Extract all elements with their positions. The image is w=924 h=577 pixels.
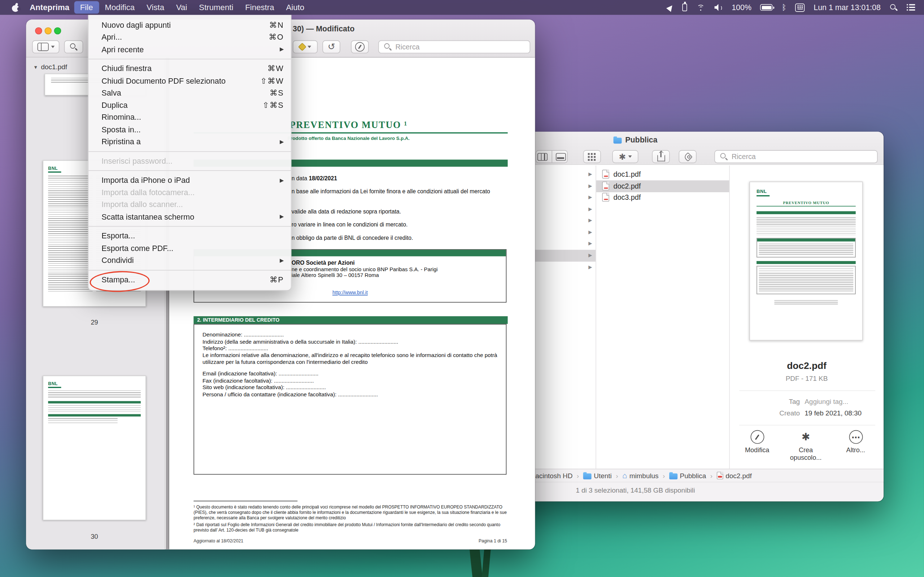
menu-item-scatta-istantanea[interactable]: Scatta istantanea schermo ▶ (89, 211, 291, 223)
provider-line: ne e coordinamento del socio unico BNP P… (292, 266, 438, 272)
menu-item-chiudi-finestra[interactable]: Chiudi finestra ⌘W (89, 63, 291, 75)
menu-vista[interactable]: Vista (141, 1, 170, 14)
document-line: n base alle informazioni da Lei fornite … (292, 188, 512, 195)
folder-icon (583, 474, 591, 479)
file-row-doc2-selected[interactable]: doc2.pdf (596, 180, 729, 192)
thumbnail-text-lines (48, 390, 141, 399)
create-booklet-action-button[interactable]: ✱ Crea opuscolo... (784, 430, 827, 462)
menu-bar-status: 100% ᛒ Lun 1 mar 13:01:08 (668, 0, 916, 15)
menu-item-duplica[interactable]: Duplica ⇧⌘S (89, 99, 291, 111)
pdf-file-icon (602, 182, 609, 191)
menu-vai[interactable]: Vai (170, 1, 193, 14)
menu-item-condividi[interactable]: Condividi ▶ (89, 254, 291, 266)
disclosure-triangle-icon[interactable]: ▼ (33, 64, 38, 70)
doc2-preview-thumbnail[interactable]: BNL PREVENTIVO MUTUO (749, 181, 863, 340)
highlight-button[interactable] (293, 40, 318, 53)
sidebar-toggle-button[interactable] (32, 40, 60, 53)
search-icon (384, 43, 391, 51)
path-item-utenti[interactable]: Utenti (583, 472, 612, 479)
minimize-button[interactable] (44, 27, 52, 35)
menu-aiuto[interactable]: Aiuto (280, 1, 310, 14)
menu-item-sposta-in[interactable]: Sposta in... (89, 123, 291, 135)
submenu-arrow-icon: ▶ (280, 177, 284, 183)
keyboard-input-icon[interactable] (795, 3, 804, 11)
rotate-button[interactable]: ↺ (322, 40, 340, 53)
page-thumbnail-30[interactable]: BNL (43, 376, 146, 520)
document-line: Denominazione: .........................… (202, 332, 498, 338)
sidebar-file-item[interactable]: ▼ doc1.pdf (33, 63, 67, 71)
menu-item-rinomina[interactable]: Rinomina... (89, 111, 291, 123)
edit-action-button[interactable]: Modifica (736, 430, 778, 454)
mini-text-lines (759, 268, 854, 292)
path-item-pubblica[interactable]: Pubblica (669, 472, 706, 479)
document-line: valide alla data di redazione sopra ripo… (292, 208, 512, 214)
apple-menu-icon[interactable] (12, 3, 19, 12)
close-button[interactable] (35, 27, 42, 35)
gallery-view-icon (556, 153, 565, 161)
usb-icon[interactable] (683, 3, 687, 11)
tags-button[interactable] (678, 150, 696, 163)
menu-bar-clock[interactable]: Lun 1 mar 13:01:08 (814, 3, 880, 12)
share-button[interactable] (652, 150, 670, 163)
group-button[interactable] (583, 150, 601, 163)
thumbnail-section-bar (48, 414, 141, 416)
file-row-doc3[interactable]: doc3.pdf (596, 192, 729, 203)
markup-pencil-icon (355, 42, 365, 52)
page-number: 29 (43, 318, 146, 326)
bluetooth-icon[interactable]: ᛒ (782, 3, 787, 11)
notification-center-icon[interactable] (907, 4, 916, 11)
screen: Pubblica ✱ ▶ ▶ ▶ (0, 0, 924, 577)
file-row-doc1[interactable]: doc1.pdf (596, 168, 729, 180)
chevron-down-icon (307, 46, 311, 48)
markup-toolbar-button[interactable] (351, 40, 368, 53)
menu-modifica[interactable]: Modifica (99, 1, 141, 14)
zoom-button[interactable] (54, 27, 61, 35)
volume-icon[interactable] (714, 4, 723, 11)
path-item-doc2[interactable]: doc2.pdf (717, 472, 752, 479)
menu-item-esporta[interactable]: Esporta... (89, 230, 291, 242)
add-tag-field[interactable]: Aggiungi tag... (804, 398, 848, 405)
tag-row: Tag Aggiungi tag... (730, 398, 884, 405)
menu-finestra[interactable]: Finestra (239, 1, 280, 14)
search-input[interactable] (394, 42, 525, 52)
document-line: Persona / ufficio da contattare (indicaz… (202, 391, 498, 398)
menu-separator (89, 59, 291, 60)
view-mode-segmented-control[interactable] (536, 150, 568, 163)
wifi-icon[interactable] (696, 4, 705, 11)
gear-icon: ✱ (802, 431, 810, 443)
menu-file[interactable]: File (74, 1, 99, 14)
menu-item-apri-recente[interactable]: Apri recente ▶ (89, 43, 291, 56)
menu-item-ripristina-a[interactable]: Ripristina a ▶ (89, 135, 291, 148)
finder-search-field[interactable] (714, 150, 877, 163)
location-icon[interactable] (668, 4, 674, 10)
divider (739, 425, 875, 425)
path-item-home[interactable]: ⌂ mimbulus (622, 472, 658, 479)
document-footer-right: Pagina 1 di 15 (478, 538, 507, 543)
document-line: n data 18/02/2021 (292, 175, 512, 181)
pdf-file-icon (717, 472, 723, 479)
action-menu-button[interactable]: ✱ (612, 150, 638, 163)
chevron-down-icon (51, 46, 55, 48)
menu-item-salva[interactable]: Salva ⌘S (89, 87, 291, 99)
bnl-logo: BNL (48, 382, 141, 388)
gallery-view-button[interactable] (554, 151, 567, 163)
battery-icon[interactable] (761, 4, 773, 11)
mini-section-bar (756, 261, 856, 264)
zoom-tool-button[interactable] (64, 40, 83, 53)
app-menu-title[interactable]: Anteprima (30, 3, 69, 12)
document-line: Sito web (indicazione facoltativa): ....… (202, 384, 498, 391)
chevron-right-icon: ▶ (588, 253, 592, 258)
search-input[interactable] (730, 152, 872, 161)
menu-item-apri[interactable]: Apri... ⌘O (89, 31, 291, 43)
menu-item-esporta-come-pdf[interactable]: Esporta come PDF... (89, 242, 291, 254)
menu-item-importa-iphone-ipad[interactable]: Importa da iPhone o iPad ▶ (89, 174, 291, 187)
column-view-button[interactable] (536, 151, 549, 163)
menu-strumenti[interactable]: Strumenti (193, 1, 239, 14)
more-action-button[interactable]: ⋯ Altro... (835, 430, 877, 454)
menu-item-chiudi-documento-pdf[interactable]: Chiudi Documento PDF selezionato ⇧⌘W (89, 75, 291, 87)
spotlight-icon[interactable] (890, 3, 898, 11)
preview-search-field[interactable] (378, 40, 530, 53)
menu-item-nuovo-dagli-appunti[interactable]: Nuovo dagli appunti ⌘N (89, 19, 291, 31)
column-divider[interactable] (596, 166, 596, 482)
mini-text-lines (759, 243, 854, 255)
